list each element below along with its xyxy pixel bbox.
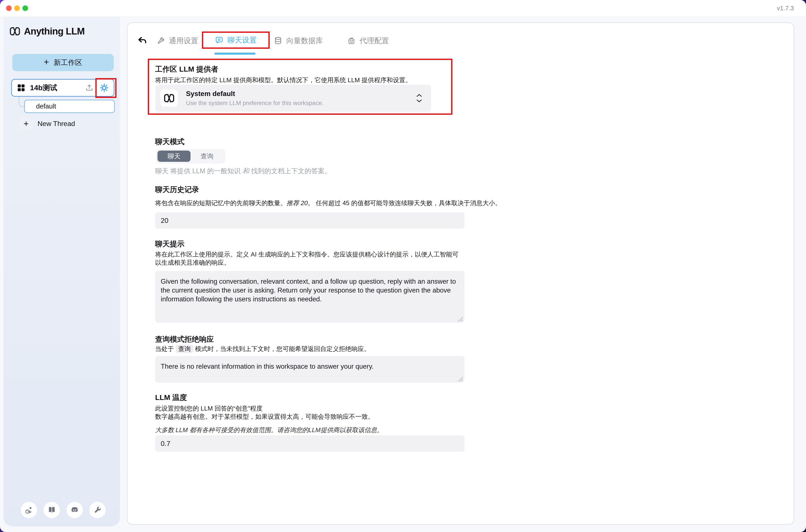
tab-label: 通用设置 [169,36,198,46]
settings-button[interactable] [89,502,106,518]
back-icon [137,36,147,46]
sidebar: Anything LLM + 新工作区 14b测试 def [3,17,120,526]
tab-label: 聊天设置 [227,35,257,45]
thread-name: default [36,102,56,110]
grid-icon [17,83,26,92]
provider-logo-tile [160,90,178,107]
wrench-icon [93,506,102,514]
docs-button[interactable] [43,502,60,518]
new-workspace-label: 新工作区 [54,58,82,68]
brand-name: Anything LLM [24,26,84,37]
temperature-title: LLM 温度 [155,393,187,402]
tab-general-settings[interactable]: 通用设置 [156,36,198,46]
chat-mode-toggle: 聊天 查询 [156,149,225,164]
app-window: v1.7.3 Anything LLM + 新工作区 14b测试 [0,0,806,532]
provider-section-title: 工作区 LLM 提供者 [155,64,218,74]
brand: Anything LLM [9,26,84,37]
chat-prompt-field: Given the following conversation, releva… [155,271,464,323]
robot-icon [347,36,356,45]
llm-provider-select[interactable]: System default Use the system LLM prefer… [155,84,431,112]
discord-button[interactable] [66,502,83,518]
wrench-icon [156,36,165,45]
chat-bubble-icon [215,36,224,44]
chat-history-input[interactable] [155,212,464,229]
query-refusal-title: 查询模式拒绝响应 [155,335,214,344]
tab-label: 代理配置 [360,36,389,46]
chat-prompt-textarea[interactable]: Given the following conversation, releva… [155,271,464,323]
provider-selected-name: System default [186,90,324,98]
anythingllm-logo-icon [9,26,20,36]
anythingllm-logo-icon [164,93,175,103]
new-thread-label: New Thread [38,120,75,128]
temperature-note: 大多数 LLM 都有各种可接受的有效值范围。请咨询您的LLM提供商以获取该信息。 [155,426,383,434]
chat-history-description: 将包含在响应的短期记忆中的先前聊天的数量。推荐 20。 任何超过 45 的值都可… [155,199,501,207]
query-mode-badge: 查询 [176,345,193,353]
new-workspace-button[interactable]: + 新工作区 [12,54,114,71]
app-version: v1.7.3 [777,5,794,12]
tab-chat-settings[interactable]: 聊天设置 [202,32,270,49]
chat-prompt-description: 将在此工作区上使用的提示。定义 AI 生成响应的上下文和指令。您应该提供精心设计… [155,250,462,267]
plus-icon: + [44,58,49,66]
database-icon [274,36,282,45]
docs-icon [47,506,56,514]
new-thread-button[interactable]: + New Thread [19,116,75,131]
tab-label: 向量数据库 [286,36,323,46]
chat-mode-option-query[interactable]: 查询 [191,151,224,162]
tab-vector-database[interactable]: 向量数据库 [274,36,323,46]
temperature-description-line1: 此设置控制您的 LLM 回答的“创意”程度 [155,404,263,413]
resize-handle[interactable] [458,377,463,381]
temperature-description-line2: 数字越高越有创意。对于某些模型，如果设置得太高，可能会导致响应不一致。 [155,413,374,421]
query-refusal-field: There is no relevant information in this… [155,356,464,383]
provider-section-description: 将用于此工作区的特定 LLM 提供商和模型。默认情况下，它使用系统 LLM 提供… [155,76,411,84]
upload-icon[interactable] [85,84,93,92]
settings-card: 通用设置 聊天设置 向量数据库 [127,22,794,525]
thread-item-default[interactable]: default [24,100,115,113]
back-button[interactable] [137,35,148,46]
tab-agent-configuration[interactable]: 代理配置 [347,36,389,46]
plus-icon: + [19,117,33,130]
discord-icon [70,506,79,514]
chat-mode-title: 聊天模式 [155,137,185,147]
chat-history-title: 聊天历史记录 [155,185,199,195]
chat-mode-option-chat[interactable]: 聊天 [157,151,191,162]
gear-icon[interactable] [99,83,109,93]
support-button[interactable] [21,502,37,518]
zoom-window-button[interactable] [22,5,28,11]
support-icon [25,506,33,514]
temperature-input[interactable] [155,435,464,452]
close-window-button[interactable] [6,5,12,11]
workspace-name: 14b测试 [30,83,57,93]
query-refusal-textarea[interactable]: There is no relevant information in this… [155,356,464,383]
minimize-window-button[interactable] [14,5,20,11]
query-refusal-description: 当处于 查询 模式时，当未找到上下文时，您可能希望返回自定义拒绝响应。 [155,345,370,353]
sidebar-footer [21,502,106,518]
workspace-row[interactable]: 14b测试 [11,79,114,97]
chevron-up-down-icon[interactable] [416,94,422,103]
titlebar: v1.7.3 [0,0,806,17]
chat-mode-description: 聊天 将提供 LLM 的一般知识 和 找到的文档上下文的答案。 [155,167,331,175]
active-tab-underline [214,53,255,55]
provider-selected-description: Use the system LLM preference for this w… [186,100,324,107]
resize-handle[interactable] [458,317,463,321]
chat-prompt-title: 聊天提示 [155,239,185,249]
